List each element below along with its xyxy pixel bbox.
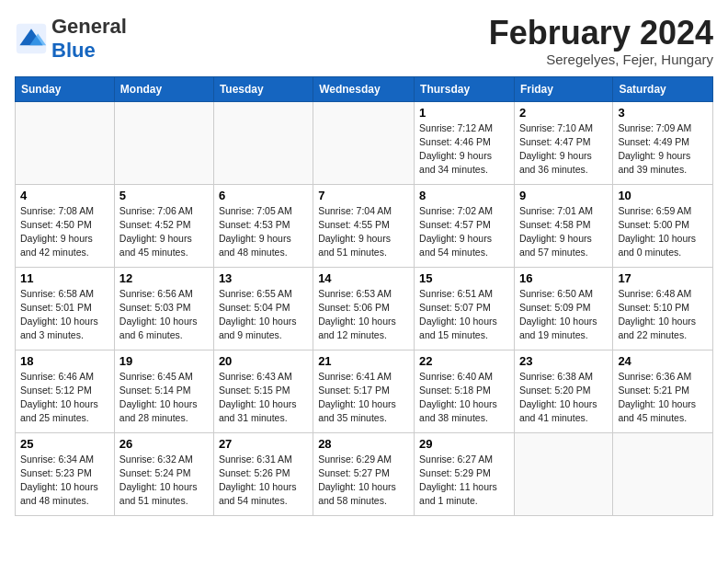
day-number: 12 — [119, 271, 209, 285]
day-info: Sunrise: 6:31 AMSunset: 5:26 PMDaylight:… — [219, 453, 308, 509]
calendar-cell: 23Sunrise: 6:38 AMSunset: 5:20 PMDayligh… — [514, 350, 612, 432]
calendar-cell: 15Sunrise: 6:51 AMSunset: 5:07 PMDayligh… — [415, 267, 515, 350]
day-number: 22 — [419, 354, 509, 368]
day-info: Sunrise: 6:41 AMSunset: 5:17 PMDaylight:… — [318, 370, 409, 426]
logo-icon — [15, 22, 48, 55]
calendar-cell: 19Sunrise: 6:45 AMSunset: 5:14 PMDayligh… — [114, 350, 213, 432]
day-number: 5 — [119, 189, 209, 202]
day-number: 13 — [219, 271, 308, 285]
calendar-cell: 18Sunrise: 6:46 AMSunset: 5:12 PMDayligh… — [16, 350, 115, 432]
calendar-title: February 2024 — [489, 15, 713, 52]
weekday-header-saturday: Saturday — [613, 76, 713, 101]
day-info: Sunrise: 6:38 AMSunset: 5:20 PMDaylight:… — [519, 370, 608, 426]
day-info: Sunrise: 7:06 AMSunset: 4:52 PMDaylight:… — [119, 204, 209, 260]
day-info: Sunrise: 7:01 AMSunset: 4:58 PMDaylight:… — [519, 204, 608, 260]
day-number: 2 — [519, 106, 608, 120]
logo-general-text: General — [51, 15, 127, 38]
day-number: 10 — [618, 189, 708, 202]
day-info: Sunrise: 7:10 AMSunset: 4:47 PMDaylight:… — [519, 121, 608, 178]
day-info: Sunrise: 6:43 AMSunset: 5:15 PMDaylight:… — [219, 370, 308, 426]
calendar-body: 1Sunrise: 7:12 AMSunset: 4:46 PMDaylight… — [16, 101, 713, 515]
calendar-week-1: 1Sunrise: 7:12 AMSunset: 4:46 PMDaylight… — [16, 101, 713, 184]
calendar-cell: 14Sunrise: 6:53 AMSunset: 5:06 PMDayligh… — [313, 267, 415, 350]
day-number: 29 — [419, 437, 509, 451]
day-number: 28 — [318, 437, 409, 451]
day-number: 19 — [119, 354, 209, 368]
day-info: Sunrise: 7:04 AMSunset: 4:55 PMDaylight:… — [318, 204, 409, 260]
day-number: 3 — [618, 106, 708, 120]
day-info: Sunrise: 6:59 AMSunset: 5:00 PMDaylight:… — [618, 204, 708, 260]
calendar-cell: 1Sunrise: 7:12 AMSunset: 4:46 PMDaylight… — [415, 101, 515, 184]
day-number: 25 — [20, 437, 109, 451]
weekday-header-wednesday: Wednesday — [313, 76, 415, 101]
day-info: Sunrise: 6:58 AMSunset: 5:01 PMDaylight:… — [20, 287, 109, 343]
day-number: 14 — [318, 271, 409, 285]
day-info: Sunrise: 7:05 AMSunset: 4:53 PMDaylight:… — [219, 204, 308, 260]
calendar-table: SundayMondayTuesdayWednesdayThursdayFrid… — [15, 76, 713, 516]
day-number: 18 — [20, 354, 109, 368]
weekday-header-tuesday: Tuesday — [213, 76, 313, 101]
calendar-cell: 4Sunrise: 7:08 AMSunset: 4:50 PMDaylight… — [16, 184, 115, 267]
calendar-cell: 11Sunrise: 6:58 AMSunset: 5:01 PMDayligh… — [16, 267, 115, 350]
day-number: 9 — [519, 189, 608, 202]
day-number: 20 — [219, 354, 308, 368]
calendar-cell: 20Sunrise: 6:43 AMSunset: 5:15 PMDayligh… — [213, 350, 313, 432]
day-number: 16 — [519, 271, 608, 285]
calendar-week-3: 11Sunrise: 6:58 AMSunset: 5:01 PMDayligh… — [16, 267, 713, 350]
day-info: Sunrise: 6:29 AMSunset: 5:27 PMDaylight:… — [318, 453, 409, 509]
day-number: 26 — [119, 437, 209, 451]
weekday-header-thursday: Thursday — [415, 76, 515, 101]
logo: General Blue — [15, 15, 127, 63]
day-number: 8 — [419, 189, 509, 202]
calendar-cell — [613, 432, 713, 515]
day-number: 6 — [219, 189, 308, 202]
calendar-cell: 2Sunrise: 7:10 AMSunset: 4:47 PMDaylight… — [514, 101, 612, 184]
day-number: 24 — [618, 354, 708, 368]
day-number: 27 — [219, 437, 308, 451]
day-info: Sunrise: 6:27 AMSunset: 5:29 PMDaylight:… — [419, 453, 509, 509]
day-number: 4 — [20, 189, 109, 202]
calendar-cell — [313, 101, 415, 184]
calendar-subtitle: Seregelyes, Fejer, Hungary — [489, 52, 713, 67]
day-info: Sunrise: 6:50 AMSunset: 5:09 PMDaylight:… — [519, 287, 608, 343]
calendar-week-5: 25Sunrise: 6:34 AMSunset: 5:23 PMDayligh… — [16, 432, 713, 515]
calendar-cell: 26Sunrise: 6:32 AMSunset: 5:24 PMDayligh… — [114, 432, 213, 515]
calendar-week-2: 4Sunrise: 7:08 AMSunset: 4:50 PMDaylight… — [16, 184, 713, 267]
calendar-cell: 21Sunrise: 6:41 AMSunset: 5:17 PMDayligh… — [313, 350, 415, 432]
calendar-week-4: 18Sunrise: 6:46 AMSunset: 5:12 PMDayligh… — [16, 350, 713, 432]
day-info: Sunrise: 6:53 AMSunset: 5:06 PMDaylight:… — [318, 287, 409, 343]
calendar-cell: 12Sunrise: 6:56 AMSunset: 5:03 PMDayligh… — [114, 267, 213, 350]
day-info: Sunrise: 6:46 AMSunset: 5:12 PMDaylight:… — [20, 370, 109, 426]
calendar-cell: 5Sunrise: 7:06 AMSunset: 4:52 PMDaylight… — [114, 184, 213, 267]
day-info: Sunrise: 6:32 AMSunset: 5:24 PMDaylight:… — [119, 453, 209, 509]
calendar-cell: 27Sunrise: 6:31 AMSunset: 5:26 PMDayligh… — [213, 432, 313, 515]
calendar-cell — [514, 432, 612, 515]
day-info: Sunrise: 7:08 AMSunset: 4:50 PMDaylight:… — [20, 204, 109, 260]
calendar-cell — [114, 101, 213, 184]
logo-blue-text: Blue — [51, 39, 96, 62]
day-number: 7 — [318, 189, 409, 202]
day-info: Sunrise: 6:36 AMSunset: 5:21 PMDaylight:… — [618, 370, 708, 426]
calendar-cell: 28Sunrise: 6:29 AMSunset: 5:27 PMDayligh… — [313, 432, 415, 515]
calendar-cell: 25Sunrise: 6:34 AMSunset: 5:23 PMDayligh… — [16, 432, 115, 515]
title-block: February 2024 Seregelyes, Fejer, Hungary — [489, 15, 713, 67]
day-number: 1 — [419, 106, 509, 120]
calendar-cell — [213, 101, 313, 184]
day-info: Sunrise: 7:12 AMSunset: 4:46 PMDaylight:… — [419, 121, 509, 178]
day-info: Sunrise: 6:45 AMSunset: 5:14 PMDaylight:… — [119, 370, 209, 426]
day-info: Sunrise: 6:51 AMSunset: 5:07 PMDaylight:… — [419, 287, 509, 343]
day-info: Sunrise: 6:48 AMSunset: 5:10 PMDaylight:… — [618, 287, 708, 343]
day-info: Sunrise: 6:34 AMSunset: 5:23 PMDaylight:… — [20, 453, 109, 509]
day-info: Sunrise: 7:09 AMSunset: 4:49 PMDaylight:… — [618, 121, 708, 178]
calendar-cell: 7Sunrise: 7:04 AMSunset: 4:55 PMDaylight… — [313, 184, 415, 267]
calendar-cell: 22Sunrise: 6:40 AMSunset: 5:18 PMDayligh… — [415, 350, 515, 432]
day-info: Sunrise: 6:55 AMSunset: 5:04 PMDaylight:… — [219, 287, 308, 343]
day-number: 21 — [318, 354, 409, 368]
calendar-cell: 6Sunrise: 7:05 AMSunset: 4:53 PMDaylight… — [213, 184, 313, 267]
calendar-cell: 3Sunrise: 7:09 AMSunset: 4:49 PMDaylight… — [613, 101, 713, 184]
calendar-cell: 13Sunrise: 6:55 AMSunset: 5:04 PMDayligh… — [213, 267, 313, 350]
calendar-cell: 17Sunrise: 6:48 AMSunset: 5:10 PMDayligh… — [613, 267, 713, 350]
day-number: 17 — [618, 271, 708, 285]
day-number: 15 — [419, 271, 509, 285]
weekday-header-sunday: Sunday — [16, 76, 115, 101]
